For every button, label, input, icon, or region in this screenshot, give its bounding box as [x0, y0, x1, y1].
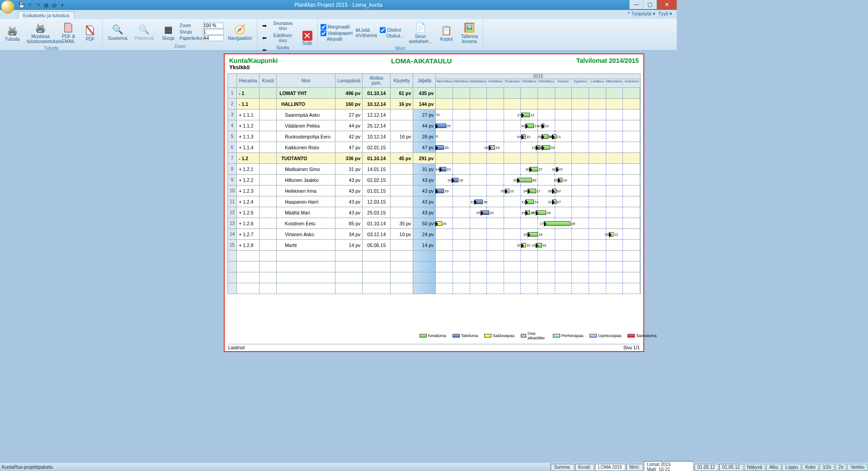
- zoom-in-button[interactable]: 🔍 Suurenna: [104, 22, 130, 42]
- papersize-label: Paperikoko: [179, 36, 203, 41]
- col-jaljella: Jäljellä: [413, 74, 436, 88]
- qat-icon[interactable]: ▤: [51, 1, 58, 9]
- chk-marginaalit[interactable]: [321, 24, 326, 30]
- table-row-empty: [228, 262, 641, 272]
- gantt-bar: 2224: [536, 210, 547, 215]
- gantt-bar: 1012: [542, 124, 544, 128]
- table-row: 14+ 1.2.7Virtanen Asko34 pv03.12.1410 pv…: [228, 229, 641, 240]
- link-tyyli[interactable]: Tyyli: [658, 11, 668, 16]
- zoom-out-icon: 🔍: [137, 23, 151, 36]
- gantt-cell: 021828300916: [436, 175, 641, 186]
- footer-right: Sivu 1/1: [623, 345, 640, 350]
- link-tyopoyra[interactable]: Työpöytä: [631, 11, 651, 16]
- preview-canvas[interactable]: Kunta/Kaupunki Yksikkö LOMA-AIKATAULU Ta…: [0, 51, 677, 367]
- gantt-bar: 1423: [440, 167, 446, 171]
- report-title-right: Talvilomat 2014/2015: [576, 57, 639, 71]
- printer-icon: 🖨️: [5, 24, 19, 37]
- gantt-cell: 312712: [436, 109, 641, 120]
- gantt-cell: 7201709: [436, 218, 641, 229]
- pdf-email-button[interactable]: PDF & EMAIL: [58, 20, 79, 45]
- table-row: 12+ 1.2.5Määttä Mari43 pv25.03.1543 pv25…: [228, 207, 641, 218]
- lisaa-button[interactable]: Lisää: [359, 28, 370, 33]
- print-button[interactable]: 🖨️ Tulosta: [2, 23, 23, 43]
- gantt-cell: 251015222224: [436, 207, 641, 218]
- gantt-cell: 20021514211103: [436, 142, 641, 153]
- gantt-bar: 2510: [481, 210, 489, 215]
- table-row: 1- 1LOMAT YHT496 pv01.10.1461 pv435 pv: [228, 88, 641, 99]
- col-koodi: Koodi: [259, 74, 277, 88]
- table-row: 13+ 1.2.6Koistinen Eetu85 pv01.10.1435 p…: [228, 218, 641, 229]
- gantt-bar: 1709: [544, 221, 571, 226]
- gantt-bar: 0510: [522, 243, 526, 247]
- app-title: PlanMan Project 2015 - Loma_kunta: [294, 2, 382, 8]
- save-image-button[interactable]: 🖼️ Tallenna kuvana: [458, 20, 481, 45]
- gantt-month: Tammikuu: [436, 79, 453, 85]
- col-kaytetty: Käytetty: [391, 74, 413, 88]
- table-row: 11+ 1.2.4Haapanen Harri43 pv12.03.1543 p…: [228, 196, 641, 207]
- gantt-bar: 3107: [552, 200, 557, 204]
- tab-right-links: ^ Työpöytä ▾ Tyyli ▾: [627, 11, 672, 17]
- app-orb[interactable]: [1, 0, 14, 14]
- table-row: 9+ 1.2.2Hiltunen Jaakko43 pv02.02.1543 p…: [228, 175, 641, 186]
- print-settings-button[interactable]: 🖨️ Muokkaa tulostusasetuksia: [24, 20, 57, 45]
- legend-item: Perhevapaa: [553, 331, 584, 340]
- maximize-button[interactable]: ▢: [643, 0, 656, 9]
- table-row-empty: [228, 272, 641, 283]
- table-row: 3+ 1.1.1Saarenpää Asko27 pv12.12.1427 pv…: [228, 109, 641, 120]
- gantt-cell: 19051224172602: [436, 186, 641, 196]
- arrow-left-icon: ⬅: [261, 34, 268, 42]
- report-subtitle: Yksikkö: [229, 64, 278, 71]
- table-row-empty: [228, 283, 641, 294]
- gantt-bar: 20: [436, 145, 444, 150]
- gantt-month: Maaliskuu: [470, 79, 487, 85]
- prev-page-button[interactable]: ⬅Edellinen sivu: [259, 32, 298, 44]
- gantt-bar: 720: [436, 221, 442, 226]
- gantt-month: Helmikuu: [453, 79, 470, 85]
- close-button[interactable]: ✕: [656, 0, 677, 9]
- zoom-input[interactable]: [203, 23, 224, 29]
- otsikot-dlg-button[interactable]: Otsikot...: [386, 33, 404, 38]
- col-hierarkia: Hierarkia: [237, 74, 259, 88]
- table-row: 7- 1.2TUOTANTO336 pv01.10.1445 pv291 pv: [228, 153, 641, 164]
- minimize-button[interactable]: —: [629, 0, 643, 9]
- qat-icon[interactable]: ▦: [42, 1, 50, 9]
- report-page: Kunta/Kaupunki Yksikkö LOMA-AIKATAULU Ta…: [224, 53, 644, 352]
- footer-left: Laatinut:: [228, 345, 245, 350]
- aikavali-button[interactable]: Aikaväli: [327, 37, 342, 42]
- gantt-bar: 0411: [552, 134, 557, 139]
- pages-button[interactable]: ▦ Sivuja: [158, 22, 179, 42]
- next-page-button[interactable]: ➡Seuraava sivu: [259, 20, 298, 32]
- qat-dropdown-icon[interactable]: ▾: [59, 1, 66, 9]
- gantt-bar: 29: [436, 124, 446, 128]
- col-lomapaivia: Lomapäiviä: [335, 74, 363, 88]
- pages-input[interactable]: [203, 29, 224, 35]
- report-title-center: LOMA-AIKATAULU: [391, 57, 452, 65]
- qat-save-icon[interactable]: 💾: [18, 1, 25, 9]
- pages-icon: ▦: [161, 23, 175, 36]
- navigator-button[interactable]: 🧭 Navigaattori: [225, 22, 255, 42]
- vahenna-button[interactable]: Vähennä: [359, 33, 377, 38]
- qat-undo-icon[interactable]: ↶: [26, 1, 33, 9]
- gantt-bar: 2712: [522, 113, 530, 117]
- copy-icon: 📋: [439, 24, 454, 37]
- page-settings-button[interactable]: 📄 Sivun asetukset...: [406, 20, 435, 45]
- pdf-button[interactable]: PDF: [80, 23, 100, 43]
- image-icon: 🖼️: [462, 21, 476, 34]
- chk-vaakapaperi[interactable]: [321, 30, 326, 36]
- chk-otsikot[interactable]: [380, 27, 386, 33]
- tab-preview-print[interactable]: Esikatselu ja tulostus: [18, 11, 75, 19]
- copy-button[interactable]: 📋 Kopioi: [436, 23, 457, 43]
- gantt-bar: 1230: [475, 200, 483, 204]
- col-nimi: Nimi: [277, 74, 335, 88]
- gantt-bar: 1522: [526, 210, 530, 215]
- table-row-empty: [228, 251, 641, 262]
- qat-redo-icon[interactable]: ↷: [34, 1, 42, 9]
- gantt-month: Elokuu: [555, 79, 572, 85]
- papersize-input[interactable]: [203, 35, 224, 41]
- gantt-month: Kesäkuu: [521, 79, 538, 85]
- zoom-out-button[interactable]: 🔍 Pienennä: [132, 22, 157, 42]
- legend-item: Opintovapaa: [590, 331, 621, 340]
- gantt-bar: 0410: [522, 134, 526, 139]
- gantt-bar: 1114: [526, 200, 534, 204]
- close-preview-button[interactable]: ✕ Sulje: [299, 29, 315, 47]
